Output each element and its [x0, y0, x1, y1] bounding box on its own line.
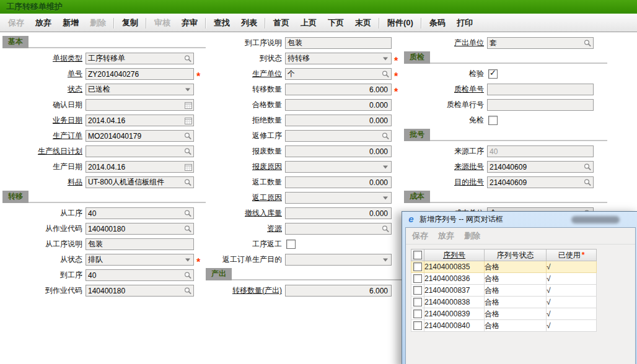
dialog-titlebar[interactable]: e 新增序列号 -- 网页对话框: [405, 212, 636, 227]
process-rework-checkbox[interactable]: [286, 240, 296, 249]
label-scrap-reason[interactable]: 报废原因: [204, 162, 285, 172]
label-business-date[interactable]: 业务日期: [1, 115, 86, 126]
exempt-inspection-checkbox[interactable]: [488, 116, 498, 125]
doc-no-field[interactable]: ZY2014040276: [86, 68, 194, 80]
label-doc-no[interactable]: 单号: [1, 69, 86, 79]
chevron-down-icon[interactable]: [383, 258, 388, 261]
row-checkbox[interactable]: [413, 274, 422, 283]
magnifier-icon[interactable]: [584, 163, 592, 171]
line-withdraw-qty-field[interactable]: 0.000: [285, 207, 392, 219]
chevron-down-icon[interactable]: [185, 258, 190, 261]
toolbar-button-首页[interactable]: 首页: [268, 17, 295, 28]
chevron-down-icon[interactable]: [383, 165, 388, 168]
magnifier-icon[interactable]: [184, 209, 192, 217]
source-batch-field[interactable]: 214040609: [487, 161, 594, 173]
toolbar-button-查找[interactable]: 查找: [208, 17, 235, 28]
output-unit-field[interactable]: 套: [487, 37, 594, 49]
row-checkbox[interactable]: [413, 310, 422, 318]
label-output-unit[interactable]: 产出单位: [403, 38, 487, 48]
label-item[interactable]: 料品: [1, 177, 86, 188]
inspection-checkbox[interactable]: [488, 69, 498, 79]
table-row[interactable]: 21404000835合格√: [411, 261, 597, 273]
magnifier-icon[interactable]: [184, 178, 192, 186]
target-batch-field[interactable]: 214040609: [487, 176, 594, 188]
row-checkbox[interactable]: [413, 298, 422, 306]
toolbar-button-末页[interactable]: 末页: [349, 17, 377, 28]
toolbar-button-放弃[interactable]: 放弃: [30, 17, 57, 28]
label-line-day-plan[interactable]: 生产线日计划: [1, 146, 86, 157]
label-production-order[interactable]: 生产订单: [1, 131, 86, 141]
source-process-field[interactable]: 40: [487, 145, 594, 157]
magnifier-icon[interactable]: [382, 132, 390, 140]
rejected-qty-field[interactable]: 0.000: [285, 115, 392, 126]
magnifier-icon[interactable]: [184, 147, 192, 155]
scrap-reason-field[interactable]: [285, 161, 392, 173]
doc-type-field[interactable]: 工序转移单: [86, 53, 194, 64]
production-date-field[interactable]: 2014.04.16: [86, 161, 194, 173]
from-job-code-field[interactable]: 140400180: [86, 223, 194, 235]
calendar-icon[interactable]: [185, 163, 192, 171]
toolbar-button-上页[interactable]: 上页: [295, 17, 322, 28]
transfer-qty-output-field[interactable]: 6.000: [285, 285, 392, 297]
calendar-icon[interactable]: [185, 117, 192, 124]
chevron-down-icon[interactable]: [383, 196, 388, 199]
magnifier-icon[interactable]: [184, 54, 192, 63]
resource-field[interactable]: [285, 223, 392, 235]
table-row[interactable]: 21404000839合格√: [411, 308, 597, 320]
qc-doc-no-field[interactable]: [487, 84, 594, 95]
toolbar-button-下页[interactable]: 下页: [322, 17, 349, 28]
toolbar-button-弃审[interactable]: 弃审: [176, 17, 203, 28]
magnifier-icon[interactable]: [382, 70, 390, 78]
rework-reason-field[interactable]: [285, 192, 392, 204]
toolbar-button-复制[interactable]: 复制: [116, 17, 144, 28]
label-resource[interactable]: 资源: [204, 223, 285, 234]
calendar-icon[interactable]: [185, 102, 192, 109]
toolbar-button-条码[interactable]: 条码: [424, 17, 451, 28]
table-row[interactable]: 21404000838合格√: [411, 297, 597, 308]
magnifier-icon[interactable]: [184, 287, 192, 295]
label-source-batch[interactable]: 来源批号: [403, 162, 487, 172]
confirm-date-field[interactable]: [86, 99, 194, 111]
table-row[interactable]: 21404000836合格√: [411, 273, 597, 285]
row-checkbox[interactable]: [413, 321, 422, 330]
toolbar-button-列表[interactable]: 列表: [235, 17, 263, 28]
rework-order-purpose-field[interactable]: [285, 254, 392, 266]
select-all-checkbox[interactable]: [413, 251, 422, 259]
label-production-unit[interactable]: 生产单位: [204, 69, 285, 79]
row-checkbox[interactable]: [413, 262, 422, 271]
item-field[interactable]: UT-800人机通信板组件: [86, 176, 194, 188]
to-status-field[interactable]: 待转移: [285, 53, 392, 64]
magnifier-icon[interactable]: [184, 271, 192, 279]
toolbar-button-附件(0)[interactable]: 附件(0): [382, 17, 419, 28]
to-process-field[interactable]: 40: [86, 269, 194, 281]
production-order-field[interactable]: MO2014040179: [86, 130, 194, 142]
magnifier-icon[interactable]: [184, 225, 192, 233]
scrap-qty-field[interactable]: 0.000: [285, 145, 392, 157]
status-field[interactable]: 已送检: [86, 84, 194, 95]
row-checkbox[interactable]: [413, 286, 422, 295]
from-process-field[interactable]: 40: [86, 207, 194, 219]
label-status[interactable]: 状态: [1, 84, 86, 95]
table-row[interactable]: 21404000840合格√: [411, 320, 597, 332]
label-doc-type[interactable]: 单据类型: [1, 53, 86, 64]
label-transfer-qty-output[interactable]: 转移数量(产出): [204, 285, 285, 296]
magnifier-icon[interactable]: [184, 132, 192, 140]
line-day-plan-field[interactable]: [86, 145, 194, 157]
label-line-withdraw-qty[interactable]: 撤线入库量: [204, 208, 285, 219]
rework-qty-field[interactable]: 0.000: [285, 176, 392, 188]
from-status-field[interactable]: 排队: [86, 254, 194, 266]
toolbar-button-打印[interactable]: 打印: [451, 17, 478, 28]
business-date-field[interactable]: 2014.04.16: [86, 115, 194, 126]
qc-doc-line-no-field[interactable]: [487, 99, 594, 111]
label-qc-doc-no[interactable]: 质检单号: [403, 84, 487, 95]
to-job-code-field[interactable]: 140400180: [86, 285, 194, 297]
production-unit-field[interactable]: 个: [285, 68, 392, 80]
chevron-down-icon[interactable]: [185, 88, 190, 91]
label-rework-reason[interactable]: 返工原因: [204, 193, 285, 203]
from-process-desc-field[interactable]: 包装: [86, 238, 194, 250]
table-row[interactable]: 21404000837合格√: [411, 285, 597, 297]
chevron-down-icon[interactable]: [383, 57, 388, 60]
to-process-desc-field[interactable]: 包装: [285, 37, 392, 49]
qualified-qty-field[interactable]: 0.000: [285, 99, 392, 111]
toolbar-button-新增[interactable]: 新增: [57, 17, 84, 28]
